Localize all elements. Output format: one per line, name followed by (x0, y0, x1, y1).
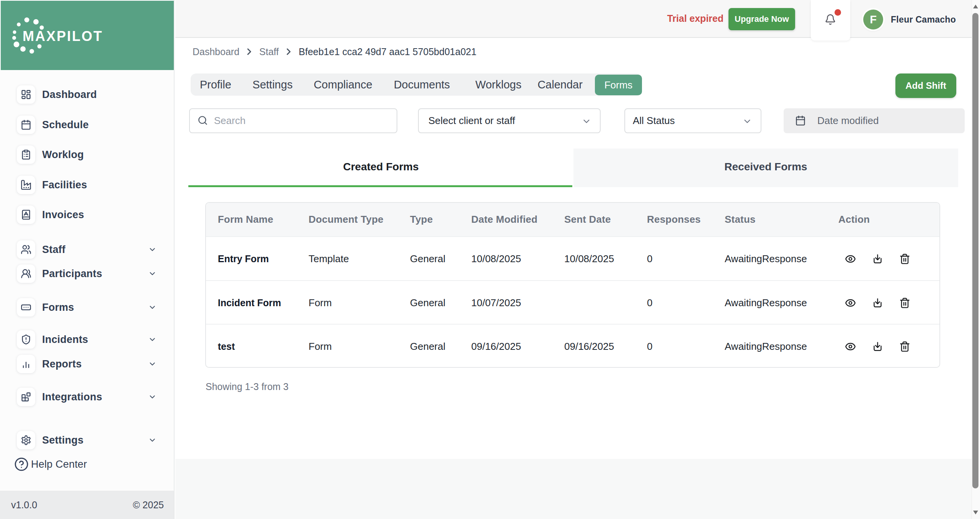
svg-text:MAXPILOT: MAXPILOT (23, 28, 103, 44)
